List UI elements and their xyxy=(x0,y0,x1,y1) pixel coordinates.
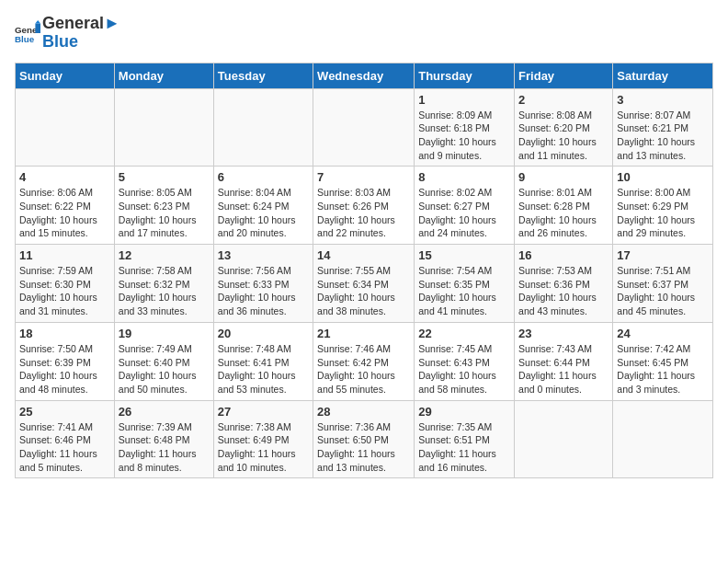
day-info: Sunrise: 8:02 AM Sunset: 6:27 PM Dayligh… xyxy=(418,186,510,240)
calendar-cell: 8Sunrise: 8:02 AM Sunset: 6:27 PM Daylig… xyxy=(415,167,515,245)
calendar-cell xyxy=(16,88,115,167)
svg-marker-3 xyxy=(35,20,40,24)
calendar-cell: 28Sunrise: 7:36 AM Sunset: 6:50 PM Dayli… xyxy=(313,400,415,478)
logo-general: General► xyxy=(42,15,120,33)
day-number: 2 xyxy=(518,93,609,107)
day-number: 28 xyxy=(317,405,410,419)
calendar-cell: 2Sunrise: 8:08 AM Sunset: 6:20 PM Daylig… xyxy=(515,88,613,167)
calendar-cell: 26Sunrise: 7:39 AM Sunset: 6:48 PM Dayli… xyxy=(114,400,213,478)
calendar-cell xyxy=(515,400,613,478)
day-info: Sunrise: 8:07 AM Sunset: 6:21 PM Dayligh… xyxy=(617,109,709,163)
calendar-cell: 10Sunrise: 8:00 AM Sunset: 6:29 PM Dayli… xyxy=(613,167,713,245)
day-info: Sunrise: 7:35 AM Sunset: 6:51 PM Dayligh… xyxy=(418,420,510,475)
day-info: Sunrise: 7:55 AM Sunset: 6:34 PM Dayligh… xyxy=(317,264,410,318)
calendar-cell: 3Sunrise: 8:07 AM Sunset: 6:21 PM Daylig… xyxy=(613,88,713,167)
day-info: Sunrise: 7:49 AM Sunset: 6:40 PM Dayligh… xyxy=(119,342,210,396)
calendar-cell: 17Sunrise: 7:51 AM Sunset: 6:37 PM Dayli… xyxy=(613,245,713,323)
day-number: 15 xyxy=(418,248,510,262)
day-info: Sunrise: 7:42 AM Sunset: 6:45 PM Dayligh… xyxy=(617,342,709,396)
day-number: 14 xyxy=(317,248,410,262)
calendar-cell: 29Sunrise: 7:35 AM Sunset: 6:51 PM Dayli… xyxy=(415,400,515,478)
day-number: 10 xyxy=(617,170,709,184)
calendar-cell: 18Sunrise: 7:50 AM Sunset: 6:39 PM Dayli… xyxy=(16,322,115,400)
page-header: General Blue General► Blue xyxy=(15,15,713,52)
day-info: Sunrise: 8:03 AM Sunset: 6:26 PM Dayligh… xyxy=(317,186,410,240)
day-number: 29 xyxy=(418,405,510,419)
calendar-cell: 22Sunrise: 7:45 AM Sunset: 6:43 PM Dayli… xyxy=(415,322,515,400)
day-info: Sunrise: 8:04 AM Sunset: 6:24 PM Dayligh… xyxy=(218,186,309,240)
day-info: Sunrise: 7:46 AM Sunset: 6:42 PM Dayligh… xyxy=(317,342,410,396)
day-info: Sunrise: 7:48 AM Sunset: 6:41 PM Dayligh… xyxy=(218,342,309,396)
calendar-cell: 12Sunrise: 7:58 AM Sunset: 6:32 PM Dayli… xyxy=(114,245,213,323)
day-number: 11 xyxy=(19,248,110,262)
calendar-cell: 14Sunrise: 7:55 AM Sunset: 6:34 PM Dayli… xyxy=(313,245,415,323)
calendar-cell: 21Sunrise: 7:46 AM Sunset: 6:42 PM Dayli… xyxy=(313,322,415,400)
day-number: 5 xyxy=(119,170,210,184)
day-info: Sunrise: 8:05 AM Sunset: 6:23 PM Dayligh… xyxy=(119,186,210,240)
day-info: Sunrise: 7:39 AM Sunset: 6:48 PM Dayligh… xyxy=(119,420,210,475)
day-number: 7 xyxy=(317,170,410,184)
calendar-cell: 1Sunrise: 8:09 AM Sunset: 6:18 PM Daylig… xyxy=(415,88,515,167)
day-number: 22 xyxy=(418,327,510,340)
calendar-cell xyxy=(313,88,415,167)
days-header-row: SundayMondayTuesdayWednesdayThursdayFrid… xyxy=(16,63,713,88)
day-info: Sunrise: 7:54 AM Sunset: 6:35 PM Dayligh… xyxy=(418,264,510,318)
day-info: Sunrise: 7:51 AM Sunset: 6:37 PM Dayligh… xyxy=(617,264,709,318)
calendar-table: SundayMondayTuesdayWednesdayThursdayFrid… xyxy=(15,63,713,479)
calendar-cell xyxy=(213,88,313,167)
day-info: Sunrise: 7:43 AM Sunset: 6:44 PM Dayligh… xyxy=(518,342,609,396)
day-number: 27 xyxy=(218,405,309,419)
calendar-cell: 16Sunrise: 7:53 AM Sunset: 6:36 PM Dayli… xyxy=(515,245,613,323)
day-number: 13 xyxy=(218,248,309,262)
day-header-thursday: Thursday xyxy=(415,63,515,88)
logo: General Blue General► Blue xyxy=(15,15,120,52)
week-row-1: 1Sunrise: 8:09 AM Sunset: 6:18 PM Daylig… xyxy=(16,88,713,167)
day-number: 16 xyxy=(518,248,609,262)
calendar-cell: 19Sunrise: 7:49 AM Sunset: 6:40 PM Dayli… xyxy=(114,322,213,400)
logo-icon: General Blue xyxy=(15,20,40,46)
week-row-5: 25Sunrise: 7:41 AM Sunset: 6:46 PM Dayli… xyxy=(16,400,713,478)
day-header-friday: Friday xyxy=(515,63,613,88)
svg-marker-2 xyxy=(35,23,40,33)
day-number: 8 xyxy=(418,170,510,184)
day-info: Sunrise: 8:06 AM Sunset: 6:22 PM Dayligh… xyxy=(19,186,110,240)
day-info: Sunrise: 7:50 AM Sunset: 6:39 PM Dayligh… xyxy=(19,342,110,396)
calendar-cell: 20Sunrise: 7:48 AM Sunset: 6:41 PM Dayli… xyxy=(213,322,313,400)
day-number: 3 xyxy=(617,93,709,107)
day-number: 18 xyxy=(19,327,110,340)
day-header-tuesday: Tuesday xyxy=(213,63,313,88)
day-info: Sunrise: 7:41 AM Sunset: 6:46 PM Dayligh… xyxy=(19,420,110,475)
day-number: 6 xyxy=(218,170,309,184)
logo-blue: Blue xyxy=(42,33,120,52)
day-header-wednesday: Wednesday xyxy=(313,63,415,88)
day-number: 19 xyxy=(119,327,210,340)
calendar-cell: 9Sunrise: 8:01 AM Sunset: 6:28 PM Daylig… xyxy=(515,167,613,245)
day-info: Sunrise: 7:36 AM Sunset: 6:50 PM Dayligh… xyxy=(317,420,410,475)
week-row-3: 11Sunrise: 7:59 AM Sunset: 6:30 PM Dayli… xyxy=(16,245,713,323)
calendar-cell xyxy=(114,88,213,167)
day-number: 26 xyxy=(119,405,210,419)
calendar-cell: 5Sunrise: 8:05 AM Sunset: 6:23 PM Daylig… xyxy=(114,167,213,245)
day-info: Sunrise: 7:38 AM Sunset: 6:49 PM Dayligh… xyxy=(218,420,309,475)
calendar-cell: 15Sunrise: 7:54 AM Sunset: 6:35 PM Dayli… xyxy=(415,245,515,323)
calendar-cell: 24Sunrise: 7:42 AM Sunset: 6:45 PM Dayli… xyxy=(613,322,713,400)
day-info: Sunrise: 7:53 AM Sunset: 6:36 PM Dayligh… xyxy=(518,264,609,318)
day-info: Sunrise: 8:09 AM Sunset: 6:18 PM Dayligh… xyxy=(418,109,510,163)
day-number: 24 xyxy=(617,327,709,340)
day-number: 23 xyxy=(518,327,609,340)
day-info: Sunrise: 7:56 AM Sunset: 6:33 PM Dayligh… xyxy=(218,264,309,318)
day-info: Sunrise: 7:59 AM Sunset: 6:30 PM Dayligh… xyxy=(19,264,110,318)
day-header-monday: Monday xyxy=(114,63,213,88)
day-number: 21 xyxy=(317,327,410,340)
day-number: 12 xyxy=(119,248,210,262)
calendar-cell: 27Sunrise: 7:38 AM Sunset: 6:49 PM Dayli… xyxy=(213,400,313,478)
day-info: Sunrise: 8:00 AM Sunset: 6:29 PM Dayligh… xyxy=(617,186,709,240)
calendar-cell: 11Sunrise: 7:59 AM Sunset: 6:30 PM Dayli… xyxy=(16,245,115,323)
week-row-2: 4Sunrise: 8:06 AM Sunset: 6:22 PM Daylig… xyxy=(16,167,713,245)
svg-text:Blue: Blue xyxy=(15,34,35,44)
day-info: Sunrise: 8:08 AM Sunset: 6:20 PM Dayligh… xyxy=(518,109,609,163)
day-number: 17 xyxy=(617,248,709,262)
calendar-cell: 13Sunrise: 7:56 AM Sunset: 6:33 PM Dayli… xyxy=(213,245,313,323)
calendar-cell: 7Sunrise: 8:03 AM Sunset: 6:26 PM Daylig… xyxy=(313,167,415,245)
day-info: Sunrise: 8:01 AM Sunset: 6:28 PM Dayligh… xyxy=(518,186,609,240)
